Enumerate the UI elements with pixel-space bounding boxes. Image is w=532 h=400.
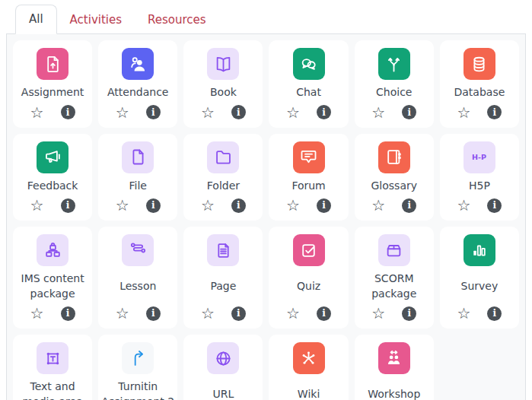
assignment-icon: [37, 48, 68, 80]
activity-card-attendance[interactable]: Attendance ☆ i: [98, 40, 177, 128]
info-icon[interactable]: i: [402, 306, 416, 321]
file-icon: [122, 141, 154, 173]
info-icon[interactable]: i: [317, 306, 331, 321]
glossary-icon: [378, 141, 410, 173]
forum-icon: [293, 141, 325, 173]
info-icon[interactable]: i: [231, 306, 246, 321]
database-icon: [464, 48, 495, 80]
activity-card-choice[interactable]: Choice ☆ i: [355, 40, 434, 128]
scorm-package-icon: [378, 234, 410, 266]
activity-card-glossary[interactable]: Glossary ☆ i: [355, 134, 434, 221]
card-actions: ☆ i: [30, 196, 75, 214]
activity-card-workshop[interactable]: Workshop ☆ i: [355, 335, 434, 400]
activity-label: IMS content package: [16, 271, 89, 301]
star-icon[interactable]: ☆: [286, 306, 300, 321]
card-actions: ☆ i: [371, 103, 416, 122]
info-icon[interactable]: i: [231, 105, 246, 119]
info-icon[interactable]: i: [146, 198, 161, 213]
info-icon[interactable]: i: [487, 198, 502, 213]
card-actions: ☆ i: [116, 196, 161, 214]
activity-card-page[interactable]: Page ☆ i: [183, 227, 263, 329]
info-icon[interactable]: i: [146, 105, 161, 119]
info-icon[interactable]: i: [61, 105, 75, 119]
star-icon[interactable]: ☆: [201, 198, 215, 213]
activity-card-wiki[interactable]: Wiki ☆ i: [269, 335, 348, 400]
page-icon: [207, 234, 239, 266]
activity-label: Assignment: [21, 85, 84, 100]
activity-card-scorm-package[interactable]: SCORM package ☆ i: [355, 227, 434, 329]
star-icon[interactable]: ☆: [116, 198, 129, 213]
activity-card-assignment[interactable]: Assignment ☆ i: [13, 40, 92, 128]
activity-card-text-and-media-area[interactable]: Text and media area ☆ i: [13, 335, 92, 400]
activity-card-turnitin-assignment-2[interactable]: Turnitin Assignment 2 ☆ i: [98, 335, 177, 400]
card-actions: ☆ i: [457, 304, 502, 322]
activity-label: Feedback: [27, 179, 78, 194]
info-icon[interactable]: i: [231, 198, 246, 213]
card-actions: ☆ i: [201, 196, 246, 214]
info-icon[interactable]: i: [317, 105, 331, 119]
h5p-icon: H-P: [464, 141, 495, 173]
activity-label: File: [129, 179, 147, 194]
choice-icon: [378, 48, 410, 80]
activity-label: Glossary: [371, 179, 417, 194]
activity-card-book[interactable]: Book ☆ i: [183, 40, 263, 128]
info-icon[interactable]: i: [146, 306, 161, 321]
wiki-icon: [293, 342, 325, 374]
info-icon[interactable]: i: [487, 105, 502, 119]
card-actions: ☆ i: [286, 196, 331, 214]
card-actions: ☆ i: [116, 103, 161, 122]
chat-icon: [293, 48, 325, 80]
activity-card-folder[interactable]: Folder ☆ i: [183, 134, 263, 221]
star-icon[interactable]: ☆: [371, 306, 385, 321]
star-icon[interactable]: ☆: [116, 306, 129, 321]
info-icon[interactable]: i: [61, 306, 75, 321]
info-icon[interactable]: i: [61, 198, 75, 213]
activity-card-survey[interactable]: Survey ☆ i: [440, 227, 519, 329]
info-icon[interactable]: i: [402, 198, 416, 213]
activity-card-ims-content-package[interactable]: IMS content package ☆ i: [13, 227, 92, 329]
star-icon[interactable]: ☆: [201, 306, 215, 321]
attendance-icon: [122, 48, 154, 80]
star-icon[interactable]: ☆: [30, 105, 44, 120]
card-actions: ☆ i: [457, 103, 502, 122]
star-icon[interactable]: ☆: [371, 105, 385, 120]
activity-label: H5P: [469, 179, 490, 194]
quiz-icon: [293, 234, 325, 266]
star-icon[interactable]: ☆: [286, 105, 300, 120]
star-icon[interactable]: ☆: [30, 306, 44, 321]
activity-card-quiz[interactable]: Quiz ☆ i: [269, 227, 348, 329]
folder-icon: [207, 141, 239, 173]
star-icon[interactable]: ☆: [116, 105, 129, 120]
activity-card-h5p[interactable]: H-P H5P ☆ i: [440, 134, 519, 221]
info-icon[interactable]: i: [402, 105, 416, 119]
info-icon[interactable]: i: [317, 198, 331, 213]
activity-card-file[interactable]: File ☆ i: [98, 134, 177, 221]
activity-card-feedback[interactable]: Feedback ☆ i: [13, 134, 92, 221]
activity-card-database[interactable]: Database ☆ i: [440, 40, 519, 128]
activity-card-lesson[interactable]: Lesson ☆ i: [98, 227, 177, 329]
activity-label: URL: [213, 379, 234, 400]
activity-label: Folder: [207, 179, 240, 194]
tab-resources[interactable]: Resources: [135, 6, 219, 34]
tab-all[interactable]: All: [15, 5, 57, 34]
activity-label: SCORM package: [358, 271, 431, 301]
star-icon[interactable]: ☆: [457, 105, 470, 120]
star-icon[interactable]: ☆: [371, 198, 385, 213]
star-icon[interactable]: ☆: [286, 198, 300, 213]
tab-activities[interactable]: Activities: [57, 6, 135, 34]
activity-card-forum[interactable]: Forum ☆ i: [269, 134, 348, 221]
card-actions: ☆ i: [30, 103, 75, 122]
activity-label: Database: [454, 85, 505, 100]
activity-label: Survey: [461, 271, 499, 301]
star-icon[interactable]: ☆: [201, 105, 215, 120]
text-media-icon: [37, 342, 68, 374]
star-icon[interactable]: ☆: [30, 198, 44, 213]
activity-card-url[interactable]: URL ☆ i: [183, 335, 263, 400]
star-icon[interactable]: ☆: [457, 306, 470, 321]
star-icon[interactable]: ☆: [457, 198, 470, 213]
activity-label: Forum: [291, 179, 325, 194]
card-actions: ☆ i: [201, 103, 246, 122]
activity-card-chat[interactable]: Chat ☆ i: [269, 40, 348, 128]
info-icon[interactable]: i: [487, 306, 502, 321]
activity-label: Page: [210, 271, 236, 301]
